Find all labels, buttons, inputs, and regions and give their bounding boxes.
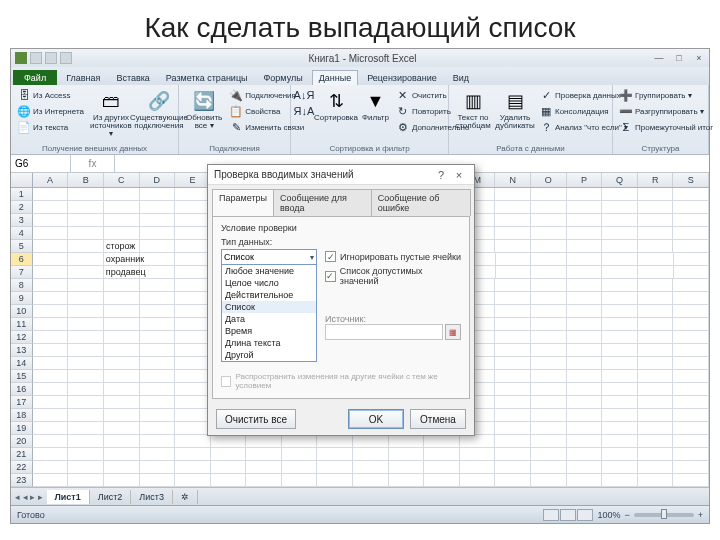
cell-C16[interactable] (104, 383, 140, 396)
cell-D16[interactable] (140, 383, 176, 396)
row-header-16[interactable]: 16 (11, 383, 33, 396)
cell-E18[interactable] (175, 409, 211, 422)
cell-Q14[interactable] (602, 357, 638, 370)
row-header-3[interactable]: 3 (11, 214, 33, 227)
opt-time[interactable]: Время (222, 325, 316, 337)
col-header-P[interactable]: P (567, 173, 603, 187)
cell-R5[interactable] (638, 240, 674, 253)
cell-E14[interactable] (175, 357, 211, 370)
dialog-tab-input-msg[interactable]: Сообщение для ввода (273, 189, 372, 216)
cell-D17[interactable] (140, 396, 176, 409)
cell-E8[interactable] (175, 279, 211, 292)
cell-N16[interactable] (495, 383, 531, 396)
col-header-B[interactable]: B (68, 173, 104, 187)
zoom-in-button[interactable]: + (698, 510, 703, 520)
cell-S21[interactable] (673, 448, 709, 461)
cell-P11[interactable] (567, 318, 603, 331)
cell-O15[interactable] (531, 370, 567, 383)
cell-K20[interactable] (389, 435, 425, 448)
cell-S10[interactable] (673, 305, 709, 318)
cell-P23[interactable] (567, 474, 603, 487)
cell-D15[interactable] (140, 370, 176, 383)
cell-S9[interactable] (673, 292, 709, 305)
cell-R3[interactable] (638, 214, 674, 227)
cell-N13[interactable] (495, 344, 531, 357)
cell-S3[interactable] (673, 214, 709, 227)
row-header-13[interactable]: 13 (11, 344, 33, 357)
cell-Q5[interactable] (602, 240, 638, 253)
row-header-1[interactable]: 1 (11, 188, 33, 201)
row-header-9[interactable]: 9 (11, 292, 33, 305)
minimize-button[interactable]: — (649, 51, 669, 65)
cell-R4[interactable] (638, 227, 674, 240)
opt-textlen[interactable]: Длина текста (222, 337, 316, 349)
cell-E1[interactable] (175, 188, 211, 201)
cell-S22[interactable] (673, 461, 709, 474)
row-header-15[interactable]: 15 (11, 370, 33, 383)
cell-D23[interactable] (140, 474, 176, 487)
cell-C18[interactable] (104, 409, 140, 422)
col-header-A[interactable]: A (33, 173, 69, 187)
cell-B5[interactable] (68, 240, 104, 253)
cell-B10[interactable] (68, 305, 104, 318)
cell-F20[interactable] (211, 435, 247, 448)
zoom-slider[interactable] (634, 513, 694, 517)
cell-S8[interactable] (673, 279, 709, 292)
close-button[interactable]: × (689, 51, 709, 65)
cell-D12[interactable] (140, 331, 176, 344)
tab-data[interactable]: Данные (312, 70, 359, 85)
cell-C5[interactable]: сторож (104, 240, 140, 253)
cell-F21[interactable] (211, 448, 247, 461)
cell-R21[interactable] (638, 448, 674, 461)
cell-A13[interactable] (33, 344, 69, 357)
row-header-19[interactable]: 19 (11, 422, 33, 435)
cell-D4[interactable] (140, 227, 176, 240)
tab-home[interactable]: Главная (59, 70, 107, 85)
cell-O11[interactable] (531, 318, 567, 331)
cell-A9[interactable] (33, 292, 69, 305)
name-box[interactable]: G6 (11, 155, 71, 172)
cell-A11[interactable] (33, 318, 69, 331)
cell-B11[interactable] (68, 318, 104, 331)
cell-P13[interactable] (567, 344, 603, 357)
group-button[interactable]: ➕Группировать ▾ (617, 87, 715, 103)
cell-S6[interactable] (674, 253, 710, 266)
col-header-S[interactable]: S (673, 173, 709, 187)
row-header-12[interactable]: 12 (11, 331, 33, 344)
cell-S11[interactable] (673, 318, 709, 331)
cell-C10[interactable] (104, 305, 140, 318)
cell-D22[interactable] (140, 461, 176, 474)
cell-J20[interactable] (353, 435, 389, 448)
cell-Q13[interactable] (602, 344, 638, 357)
cell-N14[interactable] (495, 357, 531, 370)
cell-E16[interactable] (175, 383, 211, 396)
cell-N1[interactable] (495, 188, 531, 201)
from-access-button[interactable]: 🗄Из Access (15, 87, 86, 103)
cell-A23[interactable] (33, 474, 69, 487)
cell-P16[interactable] (567, 383, 603, 396)
cancel-button[interactable]: Отмена (410, 409, 466, 429)
cell-O10[interactable] (531, 305, 567, 318)
cell-A12[interactable] (33, 331, 69, 344)
cell-Q11[interactable] (602, 318, 638, 331)
cell-D6[interactable] (140, 253, 176, 266)
fx-icon[interactable]: fx (89, 158, 97, 169)
cell-O7[interactable] (531, 266, 567, 279)
cell-S2[interactable] (673, 201, 709, 214)
cell-P17[interactable] (567, 396, 603, 409)
cell-D3[interactable] (140, 214, 176, 227)
cell-A10[interactable] (33, 305, 69, 318)
cell-D14[interactable] (140, 357, 176, 370)
cell-R6[interactable] (638, 253, 674, 266)
cell-A2[interactable] (33, 201, 69, 214)
cell-P9[interactable] (567, 292, 603, 305)
text-to-columns-button[interactable]: ▥Текст по столбцам (453, 87, 493, 132)
tab-insert[interactable]: Вставка (109, 70, 156, 85)
cell-O17[interactable] (531, 396, 567, 409)
cell-P15[interactable] (567, 370, 603, 383)
cell-O5[interactable] (531, 240, 567, 253)
cell-E4[interactable] (175, 227, 211, 240)
cell-M21[interactable] (460, 448, 496, 461)
cell-S14[interactable] (673, 357, 709, 370)
cell-B14[interactable] (68, 357, 104, 370)
